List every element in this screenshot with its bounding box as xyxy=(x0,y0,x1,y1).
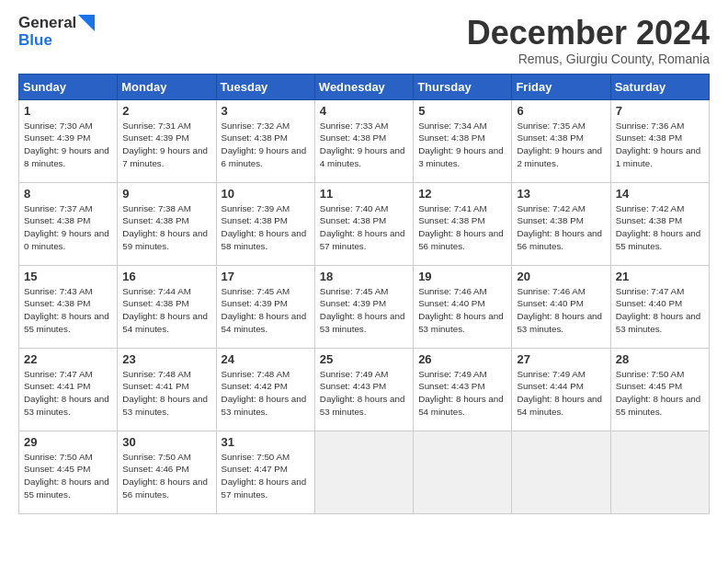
day-info: Sunrise: 7:49 AMSunset: 4:44 PMDaylight:… xyxy=(517,368,605,419)
day-number: 31 xyxy=(222,435,310,449)
day-info: Sunrise: 7:47 AMSunset: 4:41 PMDaylight:… xyxy=(24,368,112,419)
calendar-day: 20 Sunrise: 7:46 AMSunset: 4:40 PMDaylig… xyxy=(512,265,610,348)
day-number: 24 xyxy=(222,352,310,366)
day-info: Sunrise: 7:49 AMSunset: 4:43 PMDaylight:… xyxy=(320,368,408,419)
day-number: 25 xyxy=(320,352,408,366)
day-info: Sunrise: 7:41 AMSunset: 4:38 PMDaylight:… xyxy=(418,202,506,253)
day-number: 27 xyxy=(517,352,605,366)
calendar-day xyxy=(610,431,709,513)
calendar-day: 17 Sunrise: 7:45 AMSunset: 4:39 PMDaylig… xyxy=(216,265,314,348)
day-number: 23 xyxy=(122,352,210,366)
day-info: Sunrise: 7:31 AMSunset: 4:39 PMDaylight:… xyxy=(122,120,210,170)
day-info: Sunrise: 7:42 AMSunset: 4:38 PMDaylight:… xyxy=(517,202,605,253)
day-header-thursday: Thursday xyxy=(414,74,512,99)
calendar-day: 16 Sunrise: 7:44 AMSunset: 4:38 PMDaylig… xyxy=(118,265,216,348)
calendar-day: 25 Sunrise: 7:49 AMSunset: 4:43 PMDaylig… xyxy=(314,348,413,431)
calendar-day: 18 Sunrise: 7:45 AMSunset: 4:39 PMDaylig… xyxy=(314,265,413,348)
day-info: Sunrise: 7:33 AMSunset: 4:38 PMDaylight:… xyxy=(320,120,408,170)
calendar-day: 9 Sunrise: 7:38 AMSunset: 4:38 PMDayligh… xyxy=(118,182,216,265)
day-info: Sunrise: 7:46 AMSunset: 4:40 PMDaylight:… xyxy=(517,285,605,336)
week-row-1: 1 Sunrise: 7:30 AMSunset: 4:39 PMDayligh… xyxy=(19,99,710,182)
week-row-4: 22 Sunrise: 7:47 AMSunset: 4:41 PMDaylig… xyxy=(19,348,710,431)
calendar-day: 11 Sunrise: 7:40 AMSunset: 4:38 PMDaylig… xyxy=(314,182,413,265)
subtitle: Remus, Giurgiu County, Romania xyxy=(467,52,710,66)
day-header-tuesday: Tuesday xyxy=(216,74,314,99)
day-info: Sunrise: 7:42 AMSunset: 4:38 PMDaylight:… xyxy=(616,202,704,253)
day-info: Sunrise: 7:38 AMSunset: 4:38 PMDaylight:… xyxy=(122,202,210,253)
day-number: 20 xyxy=(517,270,605,283)
calendar-day: 7 Sunrise: 7:36 AMSunset: 4:38 PMDayligh… xyxy=(610,99,709,182)
day-number: 2 xyxy=(122,104,210,118)
day-number: 10 xyxy=(222,187,310,201)
day-number: 1 xyxy=(24,104,112,118)
day-info: Sunrise: 7:50 AMSunset: 4:45 PMDaylight:… xyxy=(24,451,112,501)
calendar-day: 6 Sunrise: 7:35 AMSunset: 4:38 PMDayligh… xyxy=(512,99,610,182)
week-row-5: 29 Sunrise: 7:50 AMSunset: 4:45 PMDaylig… xyxy=(19,431,710,513)
day-info: Sunrise: 7:48 AMSunset: 4:42 PMDaylight:… xyxy=(222,368,310,419)
day-info: Sunrise: 7:39 AMSunset: 4:38 PMDaylight:… xyxy=(222,202,310,253)
day-number: 13 xyxy=(517,187,605,201)
day-info: Sunrise: 7:46 AMSunset: 4:40 PMDaylight:… xyxy=(418,285,506,336)
day-number: 17 xyxy=(222,270,310,283)
day-number: 18 xyxy=(320,270,408,283)
day-info: Sunrise: 7:48 AMSunset: 4:41 PMDaylight:… xyxy=(122,368,210,419)
day-info: Sunrise: 7:34 AMSunset: 4:38 PMDaylight:… xyxy=(418,120,506,170)
calendar-day: 30 Sunrise: 7:50 AMSunset: 4:46 PMDaylig… xyxy=(118,431,216,513)
day-header-monday: Monday xyxy=(118,74,216,99)
calendar-day: 12 Sunrise: 7:41 AMSunset: 4:38 PMDaylig… xyxy=(414,182,512,265)
day-number: 6 xyxy=(517,104,605,118)
day-number: 29 xyxy=(24,435,112,449)
day-info: Sunrise: 7:50 AMSunset: 4:46 PMDaylight:… xyxy=(122,451,210,501)
day-number: 19 xyxy=(418,270,506,283)
calendar-day: 26 Sunrise: 7:49 AMSunset: 4:43 PMDaylig… xyxy=(414,348,512,431)
calendar-day: 22 Sunrise: 7:47 AMSunset: 4:41 PMDaylig… xyxy=(19,348,118,431)
day-number: 30 xyxy=(122,435,210,449)
calendar-day xyxy=(512,431,610,513)
day-number: 15 xyxy=(24,270,112,283)
week-row-2: 8 Sunrise: 7:37 AMSunset: 4:38 PMDayligh… xyxy=(19,182,710,265)
calendar-day: 2 Sunrise: 7:31 AMSunset: 4:39 PMDayligh… xyxy=(118,99,216,182)
day-info: Sunrise: 7:44 AMSunset: 4:38 PMDaylight:… xyxy=(122,285,210,336)
day-info: Sunrise: 7:36 AMSunset: 4:38 PMDaylight:… xyxy=(616,120,704,170)
day-number: 11 xyxy=(320,187,408,201)
day-info: Sunrise: 7:40 AMSunset: 4:38 PMDaylight:… xyxy=(320,202,408,253)
title-area: December 2024 Remus, Giurgiu County, Rom… xyxy=(467,15,710,66)
calendar-day: 5 Sunrise: 7:34 AMSunset: 4:38 PMDayligh… xyxy=(414,99,512,182)
day-number: 8 xyxy=(24,187,112,201)
calendar-day: 24 Sunrise: 7:48 AMSunset: 4:42 PMDaylig… xyxy=(216,348,314,431)
day-info: Sunrise: 7:35 AMSunset: 4:38 PMDaylight:… xyxy=(517,120,605,170)
calendar-day: 23 Sunrise: 7:48 AMSunset: 4:41 PMDaylig… xyxy=(118,348,216,431)
day-number: 21 xyxy=(616,270,704,283)
calendar-day: 13 Sunrise: 7:42 AMSunset: 4:38 PMDaylig… xyxy=(512,182,610,265)
day-number: 12 xyxy=(418,187,506,201)
calendar-table: SundayMondayTuesdayWednesdayThursdayFrid… xyxy=(18,74,710,514)
calendar-day: 21 Sunrise: 7:47 AMSunset: 4:40 PMDaylig… xyxy=(610,265,709,348)
calendar-day: 29 Sunrise: 7:50 AMSunset: 4:45 PMDaylig… xyxy=(19,431,118,513)
day-info: Sunrise: 7:45 AMSunset: 4:39 PMDaylight:… xyxy=(222,285,310,336)
calendar-day xyxy=(414,431,512,513)
day-number: 22 xyxy=(24,352,112,366)
day-header-friday: Friday xyxy=(512,74,610,99)
svg-marker-0 xyxy=(78,15,95,31)
day-info: Sunrise: 7:43 AMSunset: 4:38 PMDaylight:… xyxy=(24,285,112,336)
calendar-day: 14 Sunrise: 7:42 AMSunset: 4:38 PMDaylig… xyxy=(610,182,709,265)
day-info: Sunrise: 7:32 AMSunset: 4:38 PMDaylight:… xyxy=(222,120,310,170)
day-number: 16 xyxy=(122,270,210,283)
day-header-wednesday: Wednesday xyxy=(314,74,413,99)
day-info: Sunrise: 7:45 AMSunset: 4:39 PMDaylight:… xyxy=(320,285,408,336)
week-row-3: 15 Sunrise: 7:43 AMSunset: 4:38 PMDaylig… xyxy=(19,265,710,348)
calendar-day xyxy=(314,431,413,513)
day-number: 14 xyxy=(616,187,704,201)
logo-general: General xyxy=(18,15,76,32)
logo: General Blue xyxy=(18,15,95,49)
day-number: 26 xyxy=(418,352,506,366)
calendar-day: 1 Sunrise: 7:30 AMSunset: 4:39 PMDayligh… xyxy=(19,99,118,182)
day-number: 3 xyxy=(222,104,310,118)
day-number: 9 xyxy=(122,187,210,201)
calendar-day: 27 Sunrise: 7:49 AMSunset: 4:44 PMDaylig… xyxy=(512,348,610,431)
calendar-day: 3 Sunrise: 7:32 AMSunset: 4:38 PMDayligh… xyxy=(216,99,314,182)
calendar-day: 8 Sunrise: 7:37 AMSunset: 4:38 PMDayligh… xyxy=(19,182,118,265)
day-info: Sunrise: 7:47 AMSunset: 4:40 PMDaylight:… xyxy=(616,285,704,336)
day-number: 7 xyxy=(616,104,704,118)
day-number: 4 xyxy=(320,104,408,118)
